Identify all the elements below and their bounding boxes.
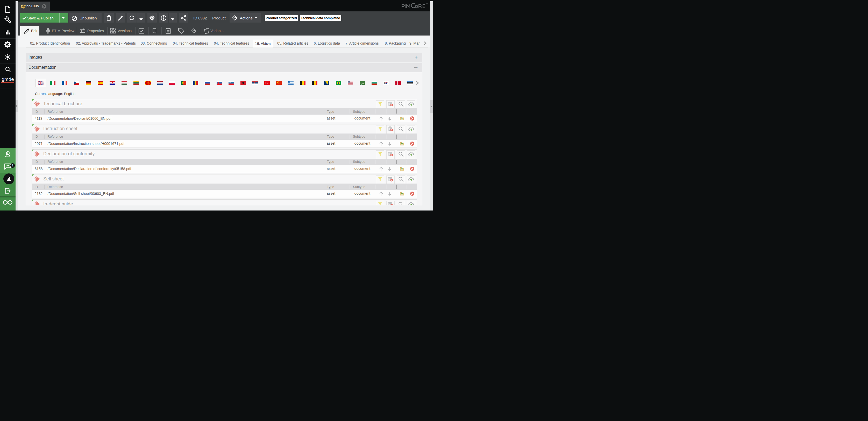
svg-text:ض: ض xyxy=(361,82,364,85)
